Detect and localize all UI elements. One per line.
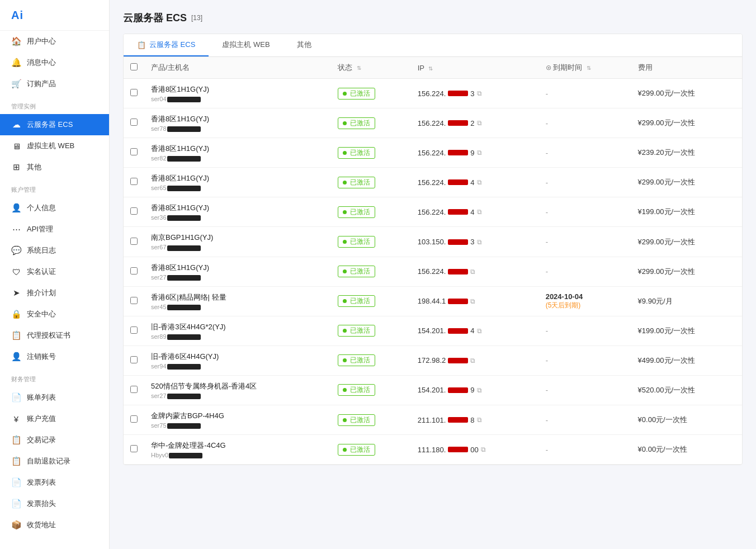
row-checkbox-cell bbox=[124, 257, 144, 286]
fee-cell: ¥199.00元/一次性 bbox=[631, 197, 742, 227]
section-label-manage: 管理实例 bbox=[0, 94, 109, 114]
expire-warning: (5天后到期) bbox=[546, 301, 625, 310]
ecs-tab-icon: 📋 bbox=[137, 41, 146, 49]
sidebar-item-address[interactable]: 📦 收货地址 bbox=[0, 514, 109, 536]
select-all-cell[interactable] bbox=[124, 57, 144, 79]
sidebar-item-message-center[interactable]: 🔔 消息中心 bbox=[0, 52, 109, 73]
copy-ip-icon[interactable]: ⧉ bbox=[477, 327, 482, 335]
product-name-text[interactable]: 华中-金牌处理器-4C4G bbox=[151, 441, 324, 451]
product-name-text[interactable]: 香港8区1H1G(YJ) bbox=[151, 173, 324, 183]
expire-cell: - bbox=[539, 197, 631, 227]
product-cell: 香港8区1H1G(YJ)ser04 bbox=[144, 79, 331, 108]
status-badge: 已激活 bbox=[338, 325, 375, 337]
sidebar-item-bills[interactable]: 📄 账单列表 bbox=[0, 387, 109, 408]
sidebar-item-security[interactable]: 🔒 安全中心 bbox=[0, 304, 109, 325]
sidebar-item-recharge[interactable]: ¥ 账户充值 bbox=[0, 408, 109, 429]
row-checkbox[interactable] bbox=[130, 148, 138, 155]
status-cell: 已激活 bbox=[331, 286, 411, 316]
sidebar-item-invoice-header[interactable]: 📄 发票抬头 bbox=[0, 493, 109, 514]
fee-cell: ¥299.00元/一次性 bbox=[631, 168, 742, 197]
row-checkbox[interactable] bbox=[130, 89, 138, 96]
copy-ip-icon[interactable]: ⧉ bbox=[470, 357, 475, 365]
status-sort-icon[interactable]: ⇅ bbox=[357, 65, 361, 71]
cert-icon: 📋 bbox=[11, 330, 21, 340]
product-name-text[interactable]: 香港8区1H1G(YJ) bbox=[151, 203, 324, 213]
sidebar-item-user-center[interactable]: 🏠 用户中心 bbox=[0, 31, 109, 52]
copy-ip-icon[interactable]: ⧉ bbox=[477, 89, 482, 97]
ip-cell: 154.201.4⧉ bbox=[411, 316, 539, 346]
copy-ip-icon[interactable]: ⧉ bbox=[481, 446, 486, 453]
copy-ip-icon[interactable]: ⧉ bbox=[470, 268, 475, 276]
sidebar-item-logs[interactable]: 💬 系统日志 bbox=[0, 240, 109, 261]
sidebar-item-subscribe[interactable]: 🛒 订购产品 bbox=[0, 73, 109, 94]
ip-value-row: 156.224.3⧉ bbox=[418, 89, 532, 98]
product-name-text[interactable]: 金牌内蒙古BGP-4H4G bbox=[151, 411, 324, 421]
tab-web[interactable]: 虚拟主机 WEB bbox=[209, 34, 283, 56]
col-ip: IP ⇅ bbox=[411, 57, 539, 79]
sidebar-item-cancel-account[interactable]: 👤 注销账号 bbox=[0, 346, 109, 367]
tab-ecs[interactable]: 📋 云服务器 ECS bbox=[124, 34, 209, 56]
col-expire: ⊙ 到期时间 ⇅ bbox=[539, 57, 631, 79]
sidebar-item-invoices[interactable]: 📄 发票列表 bbox=[0, 472, 109, 493]
status-badge: 已激活 bbox=[338, 117, 375, 129]
sidebar-item-ecs[interactable]: ☁ 云服务器 ECS bbox=[0, 114, 109, 135]
status-dot bbox=[343, 418, 347, 422]
row-checkbox[interactable] bbox=[130, 178, 138, 185]
sidebar-item-profile[interactable]: 👤 个人信息 bbox=[0, 197, 109, 219]
expire-cell: - bbox=[539, 435, 631, 465]
sidebar-item-realname[interactable]: 🛡 实名认证 bbox=[0, 261, 109, 282]
row-checkbox[interactable] bbox=[130, 356, 138, 363]
product-name-text[interactable]: 旧-香港6区4H4G(YJ) bbox=[151, 352, 324, 362]
sidebar-item-refunds[interactable]: 📋 自助退款记录 bbox=[0, 451, 109, 472]
lock-icon: 🔒 bbox=[11, 309, 21, 319]
page-title-text: 云服务器 ECS bbox=[123, 11, 187, 25]
product-name-text[interactable]: 香港8区1H1G(YJ) bbox=[151, 114, 324, 124]
product-name-text[interactable]: 香港8区1H1G(YJ) bbox=[151, 263, 324, 273]
product-name-text[interactable]: 旧-香港3区4H4G*2(YJ) bbox=[151, 322, 324, 332]
product-name-text[interactable]: 南京BGP1H1G(YJ) bbox=[151, 233, 324, 243]
row-checkbox[interactable] bbox=[130, 267, 138, 274]
product-name-text[interactable]: 520情侣节专属终身机器-香港4区 bbox=[151, 381, 324, 391]
product-cell: 香港8区1H1G(YJ)ser27 bbox=[144, 257, 331, 286]
row-checkbox[interactable] bbox=[130, 207, 138, 215]
expire-sort-icon[interactable]: ⇅ bbox=[587, 65, 591, 71]
status-dot bbox=[343, 240, 347, 244]
copy-ip-icon[interactable]: ⧉ bbox=[470, 297, 475, 305]
ip-cell: 156.224.3⧉ bbox=[411, 79, 539, 108]
row-checkbox[interactable] bbox=[130, 238, 138, 245]
copy-ip-icon[interactable]: ⧉ bbox=[477, 238, 482, 246]
row-checkbox[interactable] bbox=[130, 326, 138, 334]
ip-sort-icon[interactable]: ⇅ bbox=[428, 65, 433, 72]
sidebar-item-transactions[interactable]: 📋 交易记录 bbox=[0, 429, 109, 451]
sidebar-item-delegate[interactable]: 📋 代理授权证书 bbox=[0, 325, 109, 346]
sidebar-item-promote[interactable]: ➤ 推介计划 bbox=[0, 282, 109, 304]
sidebar-item-api[interactable]: ⋯ API管理 bbox=[0, 219, 109, 240]
row-checkbox[interactable] bbox=[130, 445, 138, 452]
fee-cell: ¥299.00元/一次性 bbox=[631, 79, 742, 108]
row-checkbox[interactable] bbox=[130, 119, 138, 126]
copy-ip-icon[interactable]: ⧉ bbox=[477, 119, 482, 127]
row-checkbox[interactable] bbox=[130, 297, 138, 304]
product-name-text[interactable]: 香港6区|精品网络| 轻量 bbox=[151, 292, 324, 302]
ip-suffix: 00 bbox=[470, 446, 478, 454]
product-name-text[interactable]: 香港8区1H1G(YJ) bbox=[151, 144, 324, 154]
sidebar-item-other[interactable]: ⊞ 其他 bbox=[0, 157, 109, 178]
row-checkbox[interactable] bbox=[130, 386, 138, 393]
copy-ip-icon[interactable]: ⧉ bbox=[477, 149, 482, 157]
row-checkbox[interactable] bbox=[130, 415, 138, 423]
table-row: 香港8区1H1G(YJ)ser65已激活156.224.4⧉-¥299.00元/… bbox=[124, 168, 742, 197]
ip-prefix: 156.224. bbox=[418, 178, 446, 187]
tab-other[interactable]: 其他 bbox=[284, 34, 325, 56]
ip-cell: 156.224.2⧉ bbox=[411, 108, 539, 138]
product-id-text: ser67 bbox=[151, 244, 324, 250]
copy-ip-icon[interactable]: ⧉ bbox=[477, 178, 482, 186]
ip-suffix: 8 bbox=[470, 416, 474, 424]
product-name-text[interactable]: 香港8区1H1G(YJ) bbox=[151, 84, 324, 94]
copy-ip-icon[interactable]: ⧉ bbox=[477, 208, 482, 216]
copy-ip-icon[interactable]: ⧉ bbox=[477, 416, 482, 424]
status-cell: 已激活 bbox=[331, 197, 411, 227]
copy-ip-icon[interactable]: ⧉ bbox=[477, 386, 482, 394]
sidebar-item-web[interactable]: 🖥 虚拟主机 WEB bbox=[0, 135, 109, 157]
select-all-checkbox[interactable] bbox=[130, 63, 138, 70]
col-product: 产品/主机名 bbox=[144, 57, 331, 79]
